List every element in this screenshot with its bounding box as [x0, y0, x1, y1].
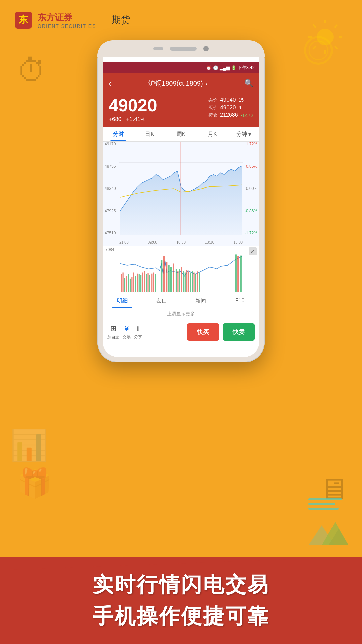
- tab-mingxi[interactable]: 明细: [103, 294, 142, 308]
- quick-buy-button[interactable]: 快买: [187, 323, 219, 341]
- tab-pankou[interactable]: 盘口: [142, 294, 181, 308]
- tab-yuek[interactable]: 月K: [197, 127, 228, 141]
- tab-zhouk-label: 周K: [177, 131, 186, 137]
- svg-rect-47: [183, 271, 184, 292]
- tab-rik[interactable]: 日K: [134, 127, 166, 141]
- phone-camera: [203, 46, 209, 51]
- y-label-1: 48755: [105, 164, 116, 169]
- waves-decoration: [308, 498, 342, 510]
- logo-text-block: 东方证券 ORIENT SECURITIES: [38, 12, 96, 29]
- svg-rect-33: [149, 275, 150, 292]
- price-right-block: 卖价 49040 15 买价 49020 9: [208, 97, 253, 118]
- svg-rect-42: [173, 263, 174, 292]
- gift-decoration: 🎁: [17, 466, 52, 500]
- expand-chart-button[interactable]: ⤢: [249, 247, 257, 255]
- phone-mockup: ⏰ 🕐 ▂▄▆ 🔋 下午3:42 ‹ 沪铜1809(cu1809) › 🔍: [97, 40, 265, 362]
- tab-f10[interactable]: F10: [220, 294, 259, 308]
- y-label-3: 47925: [105, 209, 116, 213]
- hold-row: 持仓 212686 -1472: [208, 112, 253, 118]
- share-button[interactable]: ⇧ 分享: [134, 324, 142, 340]
- y-pct-0: 1.72%: [245, 142, 257, 146]
- svg-rect-25: [135, 276, 136, 292]
- action-bar: ⊞ 加自选 ¥ 交易 ⇧ 分享 快买 快卖: [103, 320, 259, 344]
- svg-rect-20: [126, 276, 127, 292]
- hold-change: -1472: [241, 112, 253, 118]
- logo-box: 东 东方证券 ORIENT SECURITIES 期货: [13, 10, 130, 30]
- svg-rect-53: [193, 273, 194, 293]
- tab-xinwen[interactable]: 新闻: [181, 294, 220, 308]
- app-screen: ⏰ 🕐 ▂▄▆ 🔋 下午3:42 ‹ 沪铜1809(cu1809) › 🔍: [103, 62, 259, 357]
- trade-label: 交易: [123, 334, 131, 340]
- svg-rect-22: [130, 279, 131, 292]
- y-labels-right: 1.72% 0.86% 0.00% -0.86% -1.72%: [245, 142, 257, 235]
- title-arrow-right[interactable]: ›: [206, 80, 208, 87]
- svg-rect-31: [146, 274, 147, 292]
- volume-chart-area: 7084 ⤢: [103, 246, 259, 294]
- buy-qty-value: 9: [239, 105, 241, 110]
- tab-fenshi-label: 分时: [113, 131, 124, 137]
- price-line-chart: [120, 142, 242, 235]
- banner-line-1: 实时行情闪电交易: [93, 571, 269, 599]
- x-label-0: 21:00: [119, 240, 129, 244]
- sell-price-row: 卖价 49040 15: [208, 97, 253, 103]
- volume-bars-chart: [120, 253, 242, 292]
- y-pct-3: -0.86%: [245, 209, 257, 213]
- trade-icon: ¥: [125, 324, 129, 333]
- chart-decoration: 📊: [10, 428, 48, 463]
- svg-rect-58: [237, 256, 239, 292]
- alarm-icon: ⏰: [206, 65, 212, 70]
- svg-rect-52: [192, 271, 193, 292]
- tab-f10-label: F10: [235, 298, 245, 303]
- svg-text:东: 东: [19, 14, 28, 25]
- add-watchlist-button[interactable]: ⊞ 加自选: [107, 324, 119, 340]
- y-pct-1: 0.86%: [245, 164, 257, 169]
- buy-price-value: 49020: [220, 104, 236, 111]
- trade-button[interactable]: ¥ 交易: [123, 324, 131, 340]
- y-pct-4: -1.72%: [245, 231, 257, 235]
- bottom-banner: 实时行情闪电交易 手机操作便捷可靠: [0, 557, 362, 644]
- logo-divider: [104, 12, 104, 29]
- y-label-0: 49170: [105, 142, 116, 146]
- banner-line-2: 手机操作便捷可靠: [93, 602, 269, 630]
- price-change-abs: +680: [109, 116, 121, 123]
- tab-fenzhong[interactable]: 分钟 ▾: [228, 127, 259, 141]
- tab-pankou-label: 盘口: [156, 298, 167, 304]
- y-labels-left: 49170 48755 48340 47925 47510: [105, 142, 116, 235]
- price-change-pct: +1.41%: [126, 116, 145, 123]
- search-button[interactable]: 🔍: [244, 79, 253, 88]
- slide-hint-text: 上滑显示更多: [167, 311, 195, 316]
- svg-rect-57: [235, 254, 237, 292]
- svg-line-5: [313, 25, 316, 28]
- svg-rect-34: [151, 274, 152, 292]
- tab-zhouk[interactable]: 周K: [165, 127, 197, 141]
- tab-fenzhong-label: 分钟: [236, 131, 247, 138]
- x-label-4: 15:00: [233, 240, 243, 244]
- svg-rect-55: [197, 271, 198, 292]
- quick-sell-button[interactable]: 快卖: [223, 323, 255, 341]
- back-button[interactable]: ‹: [109, 78, 112, 89]
- add-watchlist-label: 加自选: [107, 334, 119, 340]
- phone-screen: ⏰ 🕐 ▂▄▆ 🔋 下午3:42 ‹ 沪铜1809(cu1809) › 🔍: [103, 46, 259, 357]
- share-icon: ⇧: [135, 324, 141, 333]
- x-labels-row: 21:00 09:00 10:30 13:30 15:00: [119, 240, 243, 244]
- svg-rect-49: [186, 270, 187, 292]
- svg-rect-17: [121, 274, 122, 292]
- clock-icon: 🕐: [213, 65, 218, 70]
- svg-rect-23: [131, 277, 132, 292]
- chart-tabs-row: 分时 日K 周K 月K 分钟 ▾: [103, 127, 259, 142]
- svg-rect-36: [155, 274, 156, 292]
- phone-speaker: [170, 47, 197, 51]
- x-label-3: 13:30: [205, 240, 214, 244]
- svg-rect-18: [122, 273, 123, 293]
- banner-brush-bg: [0, 557, 362, 644]
- x-label-1: 09:00: [148, 240, 157, 244]
- hold-label: 持仓: [208, 112, 217, 118]
- app-header-logo: 东 东方证券 ORIENT SECURITIES 期货: [13, 10, 130, 30]
- sell-qty-value: 15: [239, 97, 244, 103]
- svg-rect-37: [161, 260, 162, 292]
- sell-price-value: 49040: [220, 97, 236, 103]
- svg-rect-44: [177, 271, 178, 292]
- tab-fenshi[interactable]: 分时: [103, 127, 134, 141]
- buy-label: 买价: [208, 105, 217, 111]
- signal-bars-icon: ▂▄▆: [220, 65, 229, 70]
